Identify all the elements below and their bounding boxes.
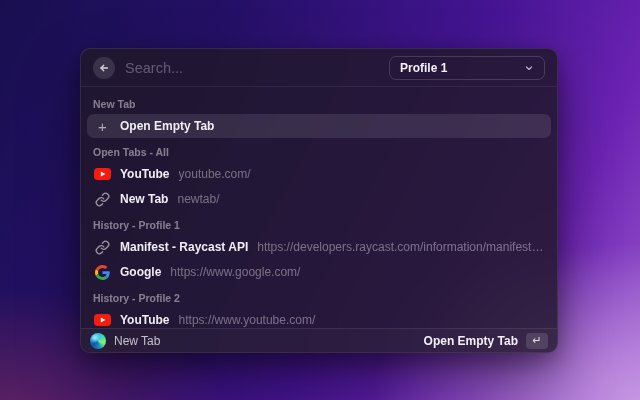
item-title: Manifest - Raycast API [120,240,248,254]
action-bar: New Tab Open Empty Tab ↵ [81,328,557,352]
item-subtitle: newtab/ [177,192,544,206]
google-icon [94,264,111,280]
launcher-window: Profile 1 New Tab + Open Empty Tab Open … [80,48,558,353]
list-item-google[interactable]: Google https://www.google.com/ [87,260,551,284]
section-header-history-profile-1: History - Profile 1 [87,212,551,235]
section-header-history-profile-2: History - Profile 2 [87,285,551,308]
item-subtitle: https://developers.raycast.com/informati… [257,240,544,254]
search-input[interactable] [125,60,379,76]
section-header-open-tabs-all: Open Tabs - All [87,139,551,162]
youtube-icon [94,166,111,182]
list-item-manifest-raycast-api[interactable]: Manifest - Raycast API https://developer… [87,235,551,259]
item-subtitle: youtube.com/ [179,167,544,181]
back-button[interactable] [93,57,115,79]
item-subtitle: https://www.youtube.com/ [179,313,544,327]
section-header-new-tab: New Tab [87,91,551,114]
list-item-youtube-history[interactable]: YouTube https://www.youtube.com/ [87,308,551,328]
item-title: Google [120,265,161,279]
list-item-open-empty-tab[interactable]: + Open Empty Tab [87,114,551,138]
footer-app-name: New Tab [114,334,160,348]
item-title: YouTube [120,313,170,327]
edge-icon [90,333,106,349]
item-subtitle: https://www.google.com/ [170,265,544,279]
search-bar: Profile 1 [81,49,557,87]
item-title: YouTube [120,167,170,181]
plus-icon: + [94,118,111,134]
profile-dropdown-value: Profile 1 [400,61,447,75]
item-title: Open Empty Tab [120,119,214,133]
profile-dropdown[interactable]: Profile 1 [389,56,545,80]
arrow-left-icon [98,62,110,74]
chevron-down-icon [524,63,534,73]
link-icon [94,239,111,255]
enter-key-icon: ↵ [526,333,548,349]
results-list: New Tab + Open Empty Tab Open Tabs - All… [81,87,557,328]
primary-action-label: Open Empty Tab [424,334,518,348]
list-item-new-tab[interactable]: New Tab newtab/ [87,187,551,211]
item-title: New Tab [120,192,168,206]
list-item-youtube-tab[interactable]: YouTube youtube.com/ [87,162,551,186]
link-icon [94,191,111,207]
youtube-icon [94,312,111,328]
primary-action-button[interactable]: Open Empty Tab ↵ [424,333,548,349]
